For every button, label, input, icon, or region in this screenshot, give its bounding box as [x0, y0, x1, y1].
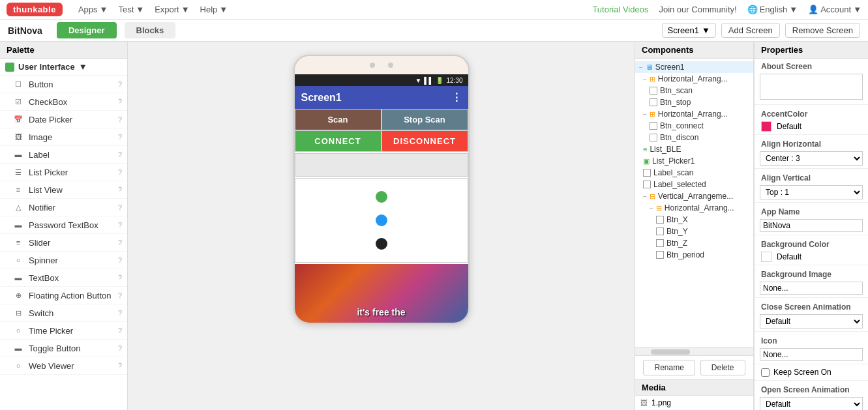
checkbox-btn-scan[interactable]: [650, 87, 657, 95]
help-icon-notifier[interactable]: ?: [118, 203, 122, 211]
rename-button[interactable]: Rename: [643, 360, 695, 375]
delete-button[interactable]: Delete: [700, 360, 745, 375]
help-icon-checkbox[interactable]: ?: [118, 98, 122, 106]
checkbox-btn-discon[interactable]: [650, 134, 657, 141]
comp-btn-x[interactable]: Btn_X: [635, 214, 753, 226]
help-icon-button[interactable]: ?: [118, 80, 122, 88]
community-link[interactable]: Join our Community!: [659, 5, 736, 14]
comp-btn-stop[interactable]: Btn_stop: [635, 96, 753, 108]
expand-h-arr3[interactable]: −: [650, 205, 653, 212]
bg-color-swatch[interactable]: [761, 252, 771, 262]
nav-apps[interactable]: Apps ▼: [78, 5, 108, 14]
stop-scan-button[interactable]: Stop Scan: [382, 109, 468, 130]
tab-blocks[interactable]: Blocks: [125, 22, 176, 38]
tutorial-link[interactable]: Tutorial Videos: [592, 5, 648, 14]
expand-v-arr[interactable]: −: [643, 193, 647, 200]
comp-btn-z[interactable]: Btn_Z: [635, 237, 753, 249]
connect-button[interactable]: CONNECT: [295, 130, 382, 152]
checkbox-btn-stop[interactable]: [650, 98, 657, 106]
checkbox-label-scan[interactable]: [643, 169, 651, 177]
palette-item-passwordtextbox[interactable]: ▬ Password TextBox ?: [0, 216, 127, 234]
prop-openanim-select[interactable]: Default: [760, 397, 863, 410]
checkbox-btn-y[interactable]: [656, 227, 664, 235]
palette-item-timepicker[interactable]: ○ Time Picker ?: [0, 322, 127, 340]
prop-appname-input[interactable]: [760, 219, 863, 232]
nav-export[interactable]: Export ▼: [155, 5, 189, 14]
comp-btn-discon[interactable]: Btn_discon: [635, 132, 753, 143]
prop-closeanim-select[interactable]: Default: [760, 314, 863, 329]
nav-test[interactable]: Test ▼: [118, 5, 144, 14]
expand-screen1[interactable]: −: [639, 64, 643, 71]
palette-item-button[interactable]: ☐ Button ?: [0, 76, 127, 93]
nav-help[interactable]: Help ▼: [200, 5, 228, 14]
account-menu[interactable]: 👤 Account ▼: [808, 5, 861, 14]
comp-btn-y[interactable]: Btn_Y: [635, 226, 753, 237]
checkbox-btn-period[interactable]: [656, 251, 664, 259]
prop-keepscreenon-checkbox[interactable]: [761, 368, 770, 377]
palette-item-switch[interactable]: ⊟ Switch ?: [0, 304, 127, 322]
help-icon-timepicker[interactable]: ?: [118, 327, 122, 334]
language-selector[interactable]: 🌐 English ▼: [747, 5, 798, 14]
comp-label-selected[interactable]: Label_selected: [635, 179, 753, 190]
help-icon-datepicker[interactable]: ?: [118, 115, 122, 123]
palette-item-notifier[interactable]: △ Notifier ?: [0, 199, 127, 216]
comp-v-arr[interactable]: − ⊟ Vertical_Arrangeme...: [635, 190, 753, 202]
palette-item-togglebutton[interactable]: ▬ Toggle Button ?: [0, 340, 127, 357]
palette-item-webviewer[interactable]: ○ Web Viewer ?: [0, 357, 127, 375]
prop-align-h-select[interactable]: Center : 3: [760, 151, 863, 166]
media-item-1png[interactable]: 🖼 1.png: [635, 396, 753, 410]
prop-align-v-select[interactable]: Top : 1: [760, 185, 863, 199]
comp-h-arr2[interactable]: − ⊞ Horizontal_Arrang...: [635, 108, 753, 120]
expand-h-arr2[interactable]: −: [643, 111, 647, 118]
prop-icon-input[interactable]: [760, 348, 863, 361]
help-icon-togglebutton[interactable]: ?: [118, 344, 122, 352]
help-icon-textbox[interactable]: ?: [118, 274, 122, 282]
disconnect-button[interactable]: DISCONNECT: [382, 130, 468, 152]
comp-list-ble[interactable]: ≡ List_BLE: [635, 143, 753, 155]
palette-item-image[interactable]: 🖼 Image ?: [0, 128, 127, 146]
help-icon-slider[interactable]: ?: [118, 239, 122, 246]
palette-item-datepicker[interactable]: 📅 Date Picker ?: [0, 111, 127, 128]
scan-button[interactable]: Scan: [295, 109, 382, 130]
comp-btn-scan[interactable]: Btn_scan: [635, 85, 753, 96]
horizontal-scrollbar[interactable]: [635, 347, 753, 355]
checkbox-btn-z[interactable]: [656, 239, 664, 247]
checkbox-btn-connect[interactable]: [650, 122, 657, 130]
prop-bgimage-input[interactable]: [760, 282, 863, 295]
help-icon-spinner[interactable]: ?: [118, 256, 122, 264]
checkbox-label-selected[interactable]: [643, 181, 651, 188]
screen-selector[interactable]: Screen1 ▼: [662, 23, 716, 38]
add-screen-button[interactable]: Add Screen: [721, 23, 780, 38]
help-icon-label[interactable]: ?: [118, 151, 122, 158]
palette-item-listview[interactable]: ≡ List View ?: [0, 181, 127, 199]
palette-item-listpicker[interactable]: ☰ List Picker ?: [0, 164, 127, 181]
prop-about-textarea[interactable]: [760, 74, 863, 100]
comp-btn-period[interactable]: Btn_period: [635, 249, 753, 261]
help-icon-passwordtextbox[interactable]: ?: [118, 221, 122, 229]
checkbox-btn-x[interactable]: [656, 216, 664, 224]
help-icon-image[interactable]: ?: [118, 133, 122, 141]
scrollbar-thumb[interactable]: [651, 349, 690, 355]
comp-screen1[interactable]: − 🖥 Screen1: [635, 61, 753, 73]
palette-item-slider[interactable]: ≡ Slider ?: [0, 234, 127, 252]
tab-designer[interactable]: Designer: [57, 22, 117, 38]
logo[interactable]: thunkable: [7, 3, 63, 16]
palette-item-textbox[interactable]: ▬ TextBox ?: [0, 269, 127, 287]
help-icon-listpicker[interactable]: ?: [118, 168, 122, 176]
help-icon-listview[interactable]: ?: [118, 186, 122, 194]
palette-item-checkbox[interactable]: ☑ CheckBox ?: [0, 93, 127, 111]
remove-screen-button[interactable]: Remove Screen: [785, 23, 860, 38]
comp-h-arr1[interactable]: − ⊞ Horizontal_Arrang...: [635, 73, 753, 85]
help-icon-fab[interactable]: ?: [118, 291, 122, 299]
palette-item-spinner[interactable]: ○ Spinner ?: [0, 252, 127, 269]
palette-item-label[interactable]: ▬ Label ?: [0, 146, 127, 164]
accent-color-swatch[interactable]: [761, 121, 771, 132]
help-icon-webviewer[interactable]: ?: [118, 362, 122, 370]
help-icon-switch[interactable]: ?: [118, 309, 122, 317]
comp-h-arr3[interactable]: − ⊞ Horizontal_Arrang...: [635, 202, 753, 214]
comp-label-scan[interactable]: Label_scan: [635, 167, 753, 179]
palette-item-fab[interactable]: ⊕ Floating Action Button ?: [0, 287, 127, 304]
comp-btn-connect[interactable]: Btn_connect: [635, 120, 753, 132]
palette-section-ui[interactable]: User Interface ▼: [0, 59, 127, 76]
comp-list-picker1[interactable]: ▣ List_Picker1: [635, 155, 753, 167]
